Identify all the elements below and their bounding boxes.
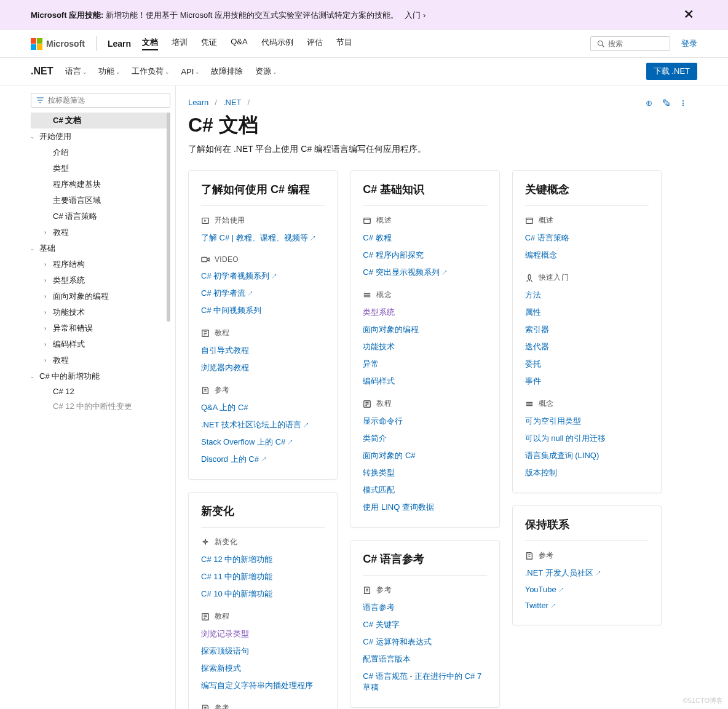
more-icon[interactable]: ⋮ [681, 98, 685, 109]
filter-box[interactable] [31, 93, 170, 108]
nav-assessments[interactable]: 评估 [307, 37, 323, 50]
card-link[interactable]: C# 10 中的新增功能 [201, 589, 272, 598]
card-link[interactable]: C# 语言策略 [525, 233, 569, 242]
filter-input[interactable] [48, 96, 165, 105]
card-link[interactable]: Discord 上的 C#↗ [201, 454, 267, 464]
card-link[interactable]: 了解 C# | 教程、课程、视频等↗ [201, 233, 316, 242]
card-link[interactable]: C# 12 中的新增功能 [201, 555, 272, 564]
nav-troubleshoot[interactable]: 故障排除 [211, 66, 243, 77]
card-link[interactable]: 探索顶级语句 [201, 646, 249, 656]
card-link[interactable]: 浏览记录类型 [201, 629, 249, 638]
tree-item[interactable]: 主要语言区域 [31, 192, 175, 208]
nav-training[interactable]: 培训 [172, 37, 188, 50]
card-link[interactable]: 版本控制 [525, 468, 557, 477]
tree-item[interactable]: ›教程 [31, 352, 175, 368]
tree-item[interactable]: C# 12 [31, 384, 175, 398]
breadcrumb-learn[interactable]: Learn [188, 98, 208, 107]
card-link[interactable]: 编写自定义字符串内插处理程序 [201, 681, 313, 690]
search-input[interactable] [608, 39, 663, 48]
learn-label[interactable]: Learn [108, 39, 131, 49]
nav-qa[interactable]: Q&A [231, 37, 247, 50]
card-link[interactable]: 面向对象的编程 [363, 325, 419, 334]
card-link[interactable]: 面向对象的 C# [363, 451, 415, 460]
card-link[interactable]: 编码样式 [363, 376, 395, 386]
tree-item[interactable]: C# 文档 [31, 113, 170, 129]
card-link[interactable]: 委托 [525, 359, 541, 368]
card-link[interactable]: C# 11 中的新增功能 [201, 572, 272, 581]
card-link[interactable]: Twitter↗ [525, 601, 556, 610]
card-link[interactable]: 异常 [363, 359, 379, 368]
nav-features[interactable]: 功能 [98, 66, 119, 77]
tree-item[interactable]: 类型 [31, 160, 175, 176]
card-link[interactable]: C# 突出显示视频系列↗ [363, 267, 447, 277]
tree-item[interactable]: ›编码样式 [31, 336, 175, 352]
banner-cta-link[interactable]: 入门 › [405, 10, 425, 21]
card-link[interactable]: 浏览器内教程 [201, 363, 249, 372]
card-link[interactable]: 编程概念 [525, 250, 557, 259]
nav-credentials[interactable]: 凭证 [201, 37, 217, 50]
microsoft-logo[interactable]: Microsoft [31, 38, 85, 50]
card-link[interactable]: 探索新模式 [201, 663, 241, 673]
card-link[interactable]: 属性 [525, 307, 541, 317]
nav-workloads[interactable]: 工作负荷 [132, 66, 168, 77]
breadcrumb-dotnet[interactable]: .NET [223, 98, 242, 107]
card-link[interactable]: 使用 LINQ 查询数据 [363, 502, 434, 512]
card-link[interactable]: C# 初学者视频系列↗ [201, 271, 277, 280]
tree-item[interactable]: 介绍 [31, 145, 175, 160]
card-link[interactable]: Q&A 上的 C# [201, 403, 248, 412]
card-link[interactable]: 语言集成查询 (LINQ) [525, 451, 599, 460]
card-link[interactable]: C# 程序内部探究 [363, 250, 423, 259]
close-icon[interactable]: ✕ [681, 6, 697, 24]
card-link[interactable]: 可为空引用类型 [525, 416, 581, 426]
nav-language[interactable]: 语言 [65, 66, 86, 77]
card-link[interactable]: Stack Overflow 上的 C#↗ [201, 437, 293, 446]
tree-item[interactable]: ›教程 [31, 224, 175, 240]
nav-samples[interactable]: 代码示例 [261, 37, 293, 50]
card-link[interactable]: 可以为 null 的引用迁移 [525, 434, 606, 443]
tree-item[interactable]: ›面向对象的编程 [31, 288, 175, 304]
card-link[interactable]: .NET 技术社区论坛上的语言↗ [201, 420, 309, 429]
card-link[interactable]: C# 关键字 [363, 620, 399, 629]
card-link[interactable]: C# 中间视频系列 [201, 306, 261, 315]
tree-item[interactable]: ⌄基础 [31, 240, 175, 256]
tree-item[interactable]: C# 12 中的中断性变更 [31, 398, 175, 414]
nav-api[interactable]: API [181, 66, 199, 77]
card-link[interactable]: 类型系统 [363, 307, 395, 317]
tree-item[interactable]: ›异常和错误 [31, 320, 175, 336]
signin-link[interactable]: 登录 [681, 38, 697, 49]
edit-icon[interactable]: ✎ [662, 98, 671, 109]
card-link[interactable]: 模式匹配 [363, 485, 395, 494]
card-link[interactable]: 功能技术 [363, 342, 395, 351]
card-link[interactable]: 转换类型 [363, 468, 395, 477]
tree-item[interactable]: 程序构建基块 [31, 176, 175, 192]
card-link[interactable]: 类简介 [363, 434, 387, 443]
tree-item[interactable]: ›程序结构 [31, 256, 175, 272]
tree-item[interactable]: ›功能技术 [31, 304, 175, 320]
nav-shows[interactable]: 节目 [336, 37, 352, 50]
download-button[interactable]: 下载 .NET [646, 63, 697, 80]
tree-item[interactable]: C# 语言策略 [31, 208, 175, 224]
add-icon[interactable]: ⊕ [646, 98, 652, 109]
card-link[interactable]: 方法 [525, 290, 541, 299]
card-link[interactable]: 语言参考 [363, 603, 395, 612]
scrollbar[interactable] [167, 113, 170, 322]
card-link[interactable]: 索引器 [525, 325, 549, 334]
nav-docs[interactable]: 文档 [142, 37, 158, 50]
card-link[interactable]: YouTube↗ [525, 585, 564, 594]
card-link[interactable]: 显示命令行 [363, 416, 403, 426]
card-link[interactable]: .NET 开发人员社区↗ [525, 568, 601, 577]
card-link[interactable]: C# 运算符和表达式 [363, 637, 431, 646]
tree-item[interactable]: ⌄C# 中的新增功能 [31, 368, 175, 384]
card-link[interactable]: C# 初学者流↗ [201, 288, 253, 298]
card-link[interactable]: C# 语言规范 - 正在进行中的 C# 7 草稿 [363, 671, 481, 692]
card-link[interactable]: 自引导式教程 [201, 346, 249, 355]
tree-item[interactable]: ⌄开始使用 [31, 129, 175, 145]
nav-resources[interactable]: 资源 [255, 66, 276, 77]
section-head: 新变化 [201, 537, 325, 547]
card-link[interactable]: 配置语言版本 [363, 654, 411, 663]
card-link[interactable]: C# 教程 [363, 233, 391, 242]
tree-item[interactable]: ›类型系统 [31, 272, 175, 288]
search-box[interactable] [590, 36, 670, 51]
card-link[interactable]: 迭代器 [525, 342, 549, 351]
card-link[interactable]: 事件 [525, 376, 541, 386]
